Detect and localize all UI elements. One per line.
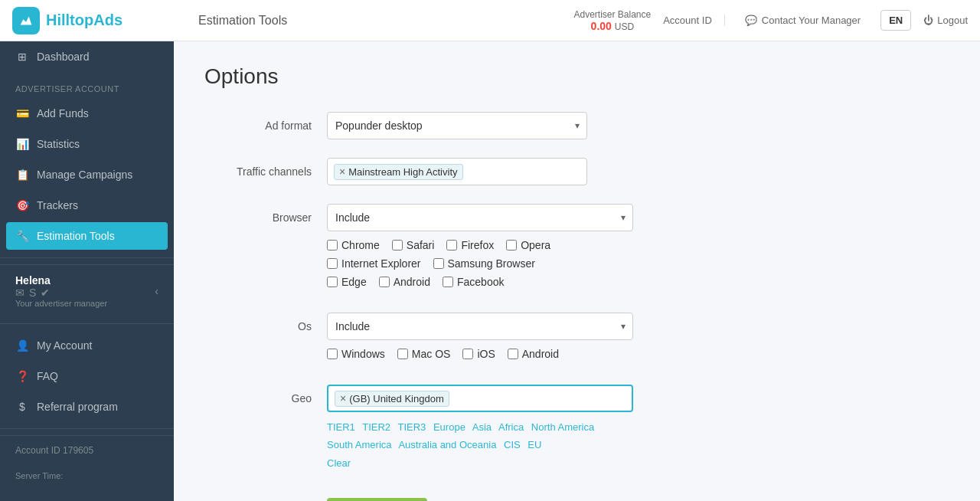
manager-contact-icons: ✉ S ✔: [15, 287, 107, 299]
geo-tag-remove-button[interactable]: ×: [340, 393, 346, 404]
os-android[interactable]: Android: [508, 348, 559, 360]
sidebar-item-referral[interactable]: $ Referral program: [0, 391, 174, 422]
dashboard-icon: ⊞: [15, 51, 29, 63]
account-id-header: Account ID: [663, 15, 725, 26]
geo-quicklink-tier3[interactable]: TIER3: [397, 421, 426, 433]
add-funds-icon: 💳: [15, 107, 29, 120]
traffic-channels-input[interactable]: × Mainstream High Activity: [327, 158, 587, 185]
geo-quicklinks: TIER1 TIER2 TIER3 Europe Asia Africa Nor…: [327, 418, 633, 472]
browser-android-checkbox[interactable]: [379, 277, 390, 287]
geo-quicklink-africa[interactable]: Africa: [498, 421, 524, 433]
browser-row-1: Chrome Safari Firefox Opera: [327, 239, 633, 251]
browser-facebook-checkbox[interactable]: [443, 277, 453, 287]
os-row: Os Include Exclude Windows Mac OS: [204, 313, 949, 366]
geo-quicklink-tier2[interactable]: TIER2: [362, 421, 390, 433]
geo-quicklink-north-america[interactable]: North America: [531, 421, 594, 433]
os-windows[interactable]: Windows: [327, 348, 385, 360]
hilltopads-logo-svg: [18, 12, 34, 29]
browser-ie-checkbox[interactable]: [327, 258, 338, 269]
language-button[interactable]: EN: [880, 10, 911, 31]
os-android-label: Android: [522, 348, 559, 360]
ad-format-select-wrapper: Popunder desktop Popunder mobile Banner …: [327, 112, 587, 139]
sidebar-item-manage-campaigns[interactable]: 📋 Manage Campaigns: [0, 159, 174, 190]
contact-manager-label: Contact Your Manager: [762, 15, 861, 26]
browser-facebook[interactable]: Facebook: [443, 276, 504, 288]
skype-icon[interactable]: S: [29, 287, 36, 299]
geo-quicklink-cis[interactable]: CIS: [504, 439, 521, 450]
browser-safari[interactable]: Safari: [392, 239, 435, 251]
browser-facebook-label: Facebook: [457, 276, 504, 288]
traffic-channel-tag: × Mainstream High Activity: [334, 164, 463, 180]
os-macos-checkbox[interactable]: [397, 349, 408, 359]
browser-opera-checkbox[interactable]: [506, 240, 517, 250]
geo-quicklink-europe[interactable]: Europe: [433, 421, 466, 433]
balance-currency: USD: [615, 21, 634, 32]
tag-label: Mainstream High Activity: [348, 166, 457, 178]
os-ios-checkbox[interactable]: [462, 349, 473, 359]
browser-samsung-checkbox[interactable]: [433, 258, 444, 269]
browser-android[interactable]: Android: [379, 276, 430, 288]
browser-ie[interactable]: Internet Explorer: [327, 257, 421, 270]
browser-edge-checkbox[interactable]: [327, 277, 338, 287]
browser-samsung[interactable]: Samsung Browser: [433, 257, 535, 270]
browser-edge[interactable]: Edge: [327, 276, 367, 288]
browser-row: Browser Include Exclude Chrome Safari: [204, 204, 949, 294]
sidebar-item-trackers[interactable]: 🎯 Trackers: [0, 190, 174, 221]
estimate-button[interactable]: Estimate: [327, 498, 427, 501]
browser-label: Browser: [204, 204, 312, 224]
sidebar-item-label: Dashboard: [37, 51, 90, 63]
browser-control: Include Exclude Chrome Safari Firefox: [327, 204, 633, 294]
browser-chrome-checkbox[interactable]: [327, 240, 338, 250]
geo-search-input[interactable]: [452, 392, 626, 404]
browser-chrome[interactable]: Chrome: [327, 239, 380, 251]
os-ios[interactable]: iOS: [462, 348, 495, 360]
sidebar-item-estimation-tools[interactable]: 🔧 Estimation Tools: [6, 222, 168, 250]
ad-format-control: Popunder desktop Popunder mobile Banner …: [327, 112, 587, 139]
os-control: Include Exclude Windows Mac OS iOS: [327, 313, 633, 366]
manager-name: Helena: [15, 274, 107, 287]
browser-firefox[interactable]: Firefox: [446, 239, 494, 251]
sidebar-item-faq[interactable]: ❓ FAQ: [0, 361, 174, 391]
browser-android-label: Android: [394, 276, 430, 288]
browser-row-2: Internet Explorer Samsung Browser: [327, 257, 633, 270]
logout-button[interactable]: ⏻ Logout: [923, 15, 968, 26]
os-macos[interactable]: Mac OS: [397, 348, 451, 360]
sidebar-item-label: Estimation Tools: [37, 230, 115, 242]
browser-chrome-label: Chrome: [341, 239, 380, 251]
sidebar-collapse-button[interactable]: ‹: [155, 285, 158, 297]
contact-manager-button[interactable]: 💬 Contact Your Manager: [737, 10, 868, 31]
sidebar-item-label: Statistics: [37, 138, 80, 150]
geo-clear-link[interactable]: Clear: [327, 457, 351, 469]
os-windows-checkbox[interactable]: [327, 349, 338, 359]
os-android-checkbox[interactable]: [508, 349, 518, 359]
manager-title: Your advertiser manager: [15, 299, 107, 308]
sidebar-section-advertiser: ADVERTISER ACCOUNT: [0, 72, 174, 98]
browser-firefox-checkbox[interactable]: [446, 240, 457, 250]
geo-quicklink-tier1[interactable]: TIER1: [327, 421, 355, 433]
sidebar-item-statistics[interactable]: 📊 Statistics: [0, 129, 174, 159]
geo-quicklink-oceania[interactable]: Australia and Oceania: [398, 439, 496, 450]
sidebar-item-my-account[interactable]: 👤 My Account: [0, 330, 174, 361]
geo-quicklink-eu[interactable]: EU: [528, 439, 541, 450]
browser-safari-checkbox[interactable]: [392, 240, 403, 250]
sidebar-item-add-funds[interactable]: 💳 Add Funds: [0, 98, 174, 129]
logout-icon: ⏻: [923, 15, 933, 26]
geo-quicklink-south-america[interactable]: South America: [327, 439, 392, 450]
browser-include-select[interactable]: Include Exclude: [327, 204, 633, 231]
ad-format-select[interactable]: Popunder desktop Popunder mobile Banner …: [327, 112, 587, 139]
tag-remove-button[interactable]: ×: [339, 166, 345, 177]
os-ios-label: iOS: [477, 348, 495, 360]
browser-opera[interactable]: Opera: [506, 239, 550, 251]
manager-info: Helena ✉ S ✔ Your advertiser manager: [15, 274, 107, 308]
manager-section: Helena ✉ S ✔ Your advertiser manager ‹: [0, 264, 174, 317]
statistics-icon: 📊: [15, 138, 29, 150]
telegram-icon[interactable]: ✔: [41, 287, 50, 299]
geo-tag-input[interactable]: × (GB) United Kingdom: [327, 385, 633, 412]
email-icon[interactable]: ✉: [15, 287, 24, 299]
geo-quicklink-asia[interactable]: Asia: [472, 421, 492, 433]
os-include-select[interactable]: Include Exclude: [327, 313, 633, 340]
sidebar-divider: [0, 257, 174, 258]
sidebar-item-dashboard[interactable]: ⊞ Dashboard: [0, 41, 174, 72]
traffic-channels-label: Traffic channels: [204, 158, 312, 178]
sidebar-item-label: FAQ: [37, 370, 58, 382]
